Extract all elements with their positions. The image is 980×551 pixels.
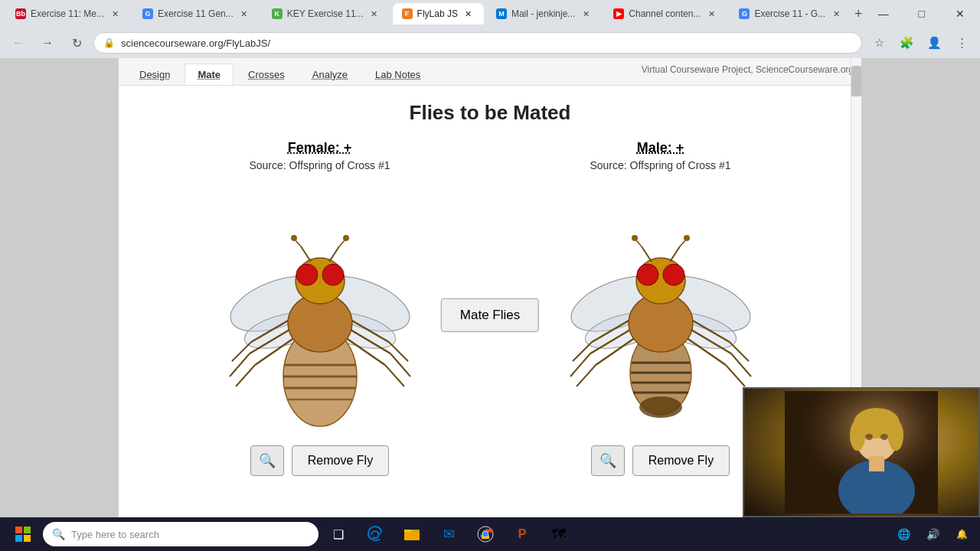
tab-close-g2[interactable]: ✕ bbox=[830, 8, 842, 20]
scrollbar-thumb[interactable] bbox=[851, 66, 861, 96]
svg-rect-72 bbox=[869, 456, 884, 471]
maps-button[interactable]: 🗺 bbox=[542, 519, 576, 549]
notification-icon[interactable]: 🔔 bbox=[949, 522, 974, 546]
new-tab-button[interactable]: + bbox=[854, 3, 863, 24]
reload-button[interactable]: ↻ bbox=[64, 31, 89, 55]
tab-label-flylab: FlyLab JS bbox=[417, 8, 458, 19]
svg-rect-76 bbox=[24, 535, 31, 542]
tab-label-key: KEY Exercise 11... bbox=[287, 8, 364, 19]
tab-g2[interactable]: G Exercise 11 - G... ✕ bbox=[730, 3, 851, 24]
tab-close-yt[interactable]: ✕ bbox=[705, 8, 717, 20]
tab-close-bb[interactable]: ✕ bbox=[109, 8, 121, 20]
tab-yt[interactable]: ▶ Channel conten... ✕ bbox=[604, 3, 727, 24]
start-button[interactable] bbox=[6, 520, 40, 548]
file-explorer-icon bbox=[403, 526, 420, 543]
powerpoint-button[interactable]: P bbox=[505, 519, 539, 549]
male-fly-header: Male: + Source: Offspring of Cross #1 bbox=[590, 140, 730, 171]
tab-key[interactable]: K KEY Exercise 11... ✕ bbox=[263, 3, 390, 24]
svg-point-68 bbox=[888, 420, 903, 451]
svg-point-61 bbox=[632, 235, 638, 241]
female-source-label: Source: Offspring of Cross #1 bbox=[249, 159, 390, 171]
tab-close-flylab[interactable]: ✕ bbox=[462, 8, 475, 20]
svg-line-25 bbox=[301, 246, 311, 262]
tab-label-g2: Exercise 11 - G... bbox=[754, 8, 825, 19]
tab-label-mail: Mail - jenkinje... bbox=[511, 8, 575, 19]
webcam-person-svg bbox=[785, 391, 938, 514]
back-button[interactable]: ← bbox=[6, 31, 31, 55]
taskbar-search-box[interactable]: 🔍 Type here to search bbox=[43, 522, 318, 546]
profile-button[interactable]: 👤 bbox=[922, 31, 946, 55]
windows-logo-icon bbox=[15, 527, 31, 542]
webcam-inner bbox=[744, 389, 978, 516]
tab-g[interactable]: G Exercise 11 Gen... ✕ bbox=[133, 3, 260, 24]
svg-line-42 bbox=[730, 342, 749, 361]
tab-close-g[interactable]: ✕ bbox=[238, 8, 250, 20]
svg-point-71 bbox=[880, 434, 888, 440]
taskbar-search-placeholder: Type here to search bbox=[71, 529, 159, 540]
forward-button[interactable]: → bbox=[35, 31, 60, 55]
task-view-button[interactable]: ❑ bbox=[322, 519, 355, 549]
tab-favicon-flylab: F bbox=[402, 8, 413, 19]
tab-favicon-g: G bbox=[142, 8, 153, 19]
svg-line-44 bbox=[731, 354, 751, 377]
network-icon[interactable]: 🌐 bbox=[891, 522, 916, 546]
nav-tab-design[interactable]: Design bbox=[126, 64, 183, 85]
tab-label-yt: Channel conten... bbox=[629, 8, 701, 19]
address-text: sciencecourseware.org/FlyLabJS/ bbox=[121, 37, 852, 49]
window-controls: — □ ✕ bbox=[866, 0, 978, 28]
flies-container: Female: + Source: Offspring of Cross #1 bbox=[149, 140, 831, 476]
svg-rect-74 bbox=[24, 527, 31, 533]
male-remove-fly-button[interactable]: Remove Fly bbox=[632, 445, 730, 476]
tab-mail[interactable]: M Mail - jenkinje... ✕ bbox=[487, 3, 601, 24]
address-bar[interactable]: 🔒 sciencecourseware.org/FlyLabJS/ bbox=[93, 32, 862, 54]
edge-icon bbox=[367, 526, 384, 543]
tab-close-mail[interactable]: ✕ bbox=[580, 8, 592, 20]
site-nav-right-text: Virtual Courseware Project, ScienceCours… bbox=[642, 64, 854, 80]
svg-line-9 bbox=[236, 365, 255, 386]
extensions-button[interactable]: 🧩 bbox=[894, 31, 919, 55]
close-button[interactable]: ✕ bbox=[942, 0, 978, 28]
female-remove-fly-button[interactable]: Remove Fly bbox=[292, 445, 389, 476]
svg-line-38 bbox=[570, 354, 590, 377]
svg-point-70 bbox=[865, 434, 873, 440]
svg-point-67 bbox=[850, 420, 865, 451]
bookmark-button[interactable]: ☆ bbox=[867, 31, 891, 55]
female-fly-svg bbox=[220, 181, 420, 434]
chrome-button[interactable] bbox=[469, 519, 502, 549]
file-explorer-button[interactable] bbox=[395, 519, 429, 549]
edge-button[interactable] bbox=[358, 519, 392, 549]
female-fly-buttons: 🔍 Remove Fly bbox=[250, 445, 389, 476]
mail-button[interactable]: ✉ bbox=[432, 519, 466, 549]
svg-point-24 bbox=[322, 264, 344, 285]
male-source-label: Source: Offspring of Cross #1 bbox=[590, 159, 730, 171]
svg-rect-79 bbox=[404, 532, 420, 540]
svg-point-83 bbox=[483, 532, 488, 537]
chrome-icon bbox=[477, 526, 494, 543]
svg-line-40 bbox=[577, 365, 596, 386]
taskbar-right-area: 🌐 🔊 🔔 bbox=[891, 522, 974, 546]
webcam-overlay bbox=[743, 387, 980, 517]
tab-bb[interactable]: Bb Exercise 11: Me... ✕ bbox=[6, 3, 130, 24]
nav-tab-analyze[interactable]: Analyze bbox=[299, 64, 361, 85]
tab-favicon-bb: Bb bbox=[15, 8, 26, 19]
mate-flies-button[interactable]: Mate Flies bbox=[441, 298, 539, 331]
svg-line-7 bbox=[230, 354, 250, 377]
menu-button[interactable]: ⋮ bbox=[949, 31, 974, 55]
tab-flylab[interactable]: F FlyLab JS ✕ bbox=[393, 3, 484, 24]
male-search-button[interactable]: 🔍 bbox=[591, 445, 625, 476]
tab-close-key[interactable]: ✕ bbox=[368, 8, 381, 20]
svg-point-23 bbox=[296, 264, 318, 285]
female-fly-column: Female: + Source: Offspring of Cross #1 bbox=[175, 140, 466, 476]
svg-rect-73 bbox=[15, 527, 22, 533]
svg-line-36 bbox=[573, 342, 592, 361]
nav-tab-mate[interactable]: Mate bbox=[185, 64, 234, 85]
taskbar-app-icons: ❑ ✉ bbox=[322, 519, 576, 549]
volume-icon[interactable]: 🔊 bbox=[920, 522, 945, 546]
tab-label-bb: Exercise 11: Me... bbox=[31, 8, 104, 19]
nav-tab-crosses[interactable]: Crosses bbox=[235, 64, 298, 85]
maximize-button[interactable]: □ bbox=[904, 0, 939, 28]
minimize-button[interactable]: — bbox=[866, 0, 901, 28]
nav-tab-labnotes[interactable]: Lab Notes bbox=[362, 64, 433, 85]
svg-point-62 bbox=[684, 235, 690, 241]
female-search-button[interactable]: 🔍 bbox=[250, 445, 284, 476]
